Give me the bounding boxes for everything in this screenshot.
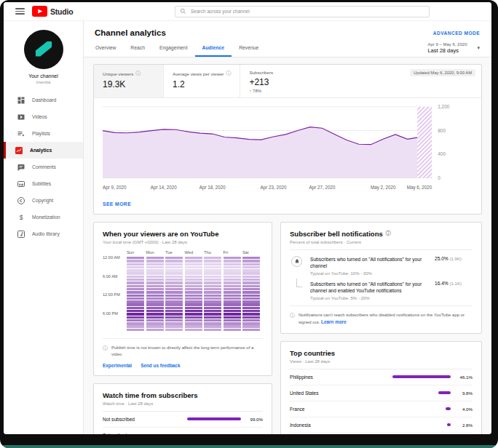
heatmap-cell [165,300,183,303]
heatmap-day-label: Thu [204,250,221,255]
heatmap-cell [224,329,241,331]
bar-fill [392,375,451,378]
youtube-studio-logo[interactable]: Studio [32,6,73,17]
bar-label: Philippines [290,375,384,380]
heatmap-cell [165,310,183,312]
sidebar-item-playlists[interactable]: Playlists [4,125,83,142]
heatmap-cell [185,316,202,319]
heatmap-cell [185,272,202,274]
feedback-link[interactable]: Send us feedback [141,363,180,368]
metric-chip-subscribers[interactable]: Subscribers+213↑ 78% [240,65,310,97]
heatmap-cell [146,310,164,312]
heatmap-cell [224,295,241,297]
sidebar-item-subtitles[interactable]: Subtitles [4,175,83,192]
bar-row-indonesia: Indonesia2.8% [290,417,473,433]
info-icon: ⓘ [135,70,141,77]
publish-time-note: Publish time is not known to directly af… [111,345,263,358]
heatmap-cell [242,263,260,265]
heatmap-cell [146,303,164,305]
menu-icon[interactable] [15,8,25,15]
channel-info: Your channel intenba [4,21,83,92]
heatmap-cell [165,263,183,265]
metric-chip-unique-viewers[interactable]: Unique viewersⓘ19.3K [94,65,164,97]
sidebar-item-dashboard[interactable]: Dashboard [4,92,83,108]
metric-chip-average-views-per-viewer[interactable]: Average views per viewerⓘ1.2 [164,65,240,97]
heatmap-cell [165,281,183,284]
heatmap-cell [127,297,144,300]
activity-heatmap: SunMonTueWedThuFriSat12:00 AM6:00 AM12:0… [103,250,263,332]
heatmap-cell [242,288,260,290]
learn-more-link[interactable]: Learn more [321,319,347,324]
heatmap-cell [127,281,144,284]
heatmap-cell [242,310,260,312]
bell-row-value: 16.4% (1.1K) [435,281,473,300]
heatmap-cell [165,279,183,281]
metric-value: +213 [249,77,301,87]
sidebar-item-videos[interactable]: Videos [4,108,83,125]
topbar: Studio Search across your channel [4,2,491,21]
heatmap-cell [204,263,221,265]
date-range-picker[interactable]: Apr 9 – May 6, 2020 Last 28 days ▾ [427,42,480,57]
search-placeholder: Search across your channel [191,9,250,14]
heatmap-cell [224,300,241,303]
tab-reach[interactable]: Reach [123,39,152,57]
sidebar-item-copyright[interactable]: Copyright [4,192,83,209]
heatmap-cell [165,325,183,327]
top-countries-card: Top countries Views · Last 28 days Phili… [280,341,482,434]
tab-overview[interactable]: Overview [88,39,123,57]
heatmap-cell [146,260,164,262]
advanced-mode-link[interactable]: ADVANCED MODE [433,31,480,36]
search-input[interactable]: Search across your channel [175,6,430,17]
heatmap-cell [127,295,144,297]
analytics-icon [15,146,23,155]
sidebar-item-monetization[interactable]: $Monetization [4,209,83,225]
info-icon: ⓘ [226,70,231,77]
heatmap-cell [165,295,183,297]
experimental-link[interactable]: Experimental [103,363,132,368]
heatmap-cell [165,266,183,268]
heatmap-cell [146,257,164,259]
heatmap-cell [204,279,221,281]
heatmap-cell [165,313,183,315]
sidebar-item-comments[interactable]: Comments [4,159,83,175]
scroll-area[interactable]: Updated May 6, 2020, 9:00 AM Unique view… [84,57,491,434]
bar-row-subscribed: Subscribed1.0% [103,428,263,434]
bar-row-united-states: United States9.8% [290,385,473,401]
see-more-link[interactable]: SEE MORE [94,196,140,214]
heatmap-cell [224,288,241,290]
sidebar-item-analytics[interactable]: Analytics [4,142,83,159]
sidebar-item-label: Audio library [32,231,60,236]
heatmap-cell [165,285,183,287]
heatmap-cell [165,272,183,274]
sidebar-item-label: Copyright [32,198,53,203]
heatmap-cell [204,257,221,259]
unique-viewers-chart-card: Updated May 6, 2020, 9:00 AM Unique view… [93,64,482,215]
tab-engagement[interactable]: Engagement [152,39,195,57]
heatmap-cell [165,316,183,319]
sidebar-item-audio-library[interactable]: Audio library [4,225,83,242]
tab-revenue[interactable]: Revenue [232,39,266,57]
brand-text: Studio [50,7,73,16]
heatmap-cell [224,276,241,278]
heatmap-cell [146,285,164,287]
heatmap-day-label: Sat [242,250,260,255]
heatmap-cell [224,319,241,321]
heatmap-cell [242,297,260,300]
tab-audience[interactable]: Audience [195,39,232,57]
viewers-card-subtitle: Your local time (GMT +0200) · Last 28 da… [103,240,263,244]
bell-icon [291,256,302,267]
heatmap-cell [146,291,164,293]
info-icon: ⓘ [386,230,391,237]
heatmap-cell [165,319,183,321]
heatmap-cell [242,303,260,305]
heatmap-cell [242,325,260,327]
metric-label: Unique viewersⓘ [103,70,154,77]
heatmap-cell [165,269,183,271]
bell-row-typical: Typical on YouTube: 5% - 20% [310,296,429,300]
heatmap-cell [127,307,144,309]
videos-icon [17,113,25,121]
svg-text:Apr 18, 2020: Apr 18, 2020 [199,185,226,191]
heatmap-cell [185,263,202,265]
bar-value: 2.8% [451,423,473,428]
heatmap-cell [146,276,164,278]
